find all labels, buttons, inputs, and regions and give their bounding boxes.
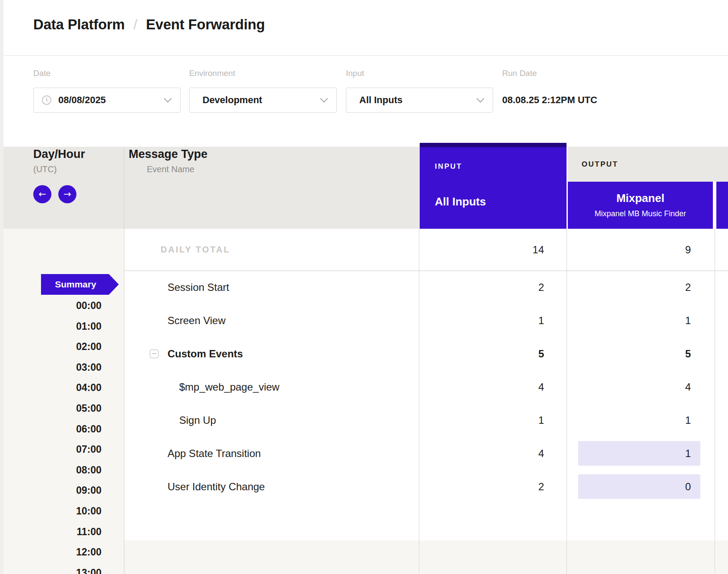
hour-item[interactable]: 02:00: [0, 341, 101, 353]
day-navigation: ← →: [33, 185, 76, 203]
grid-footer-band: [124, 540, 728, 574]
output-count-cell: 4: [567, 375, 715, 399]
event-name-text: User Identity Change: [168, 481, 265, 493]
table-row: App State Transition41: [124, 437, 728, 470]
input-count-cell: 4: [419, 448, 567, 460]
day-hour-subtitle: (UTC): [33, 164, 85, 174]
hour-item[interactable]: 04:00: [0, 382, 101, 394]
input-count-cell: 2: [419, 481, 567, 493]
row-label: Screen View: [124, 315, 419, 327]
arrow-left-icon: ←: [38, 189, 46, 199]
breadcrumb-separator: /: [133, 16, 137, 33]
table-row: Screen View11: [124, 304, 728, 337]
hour-item[interactable]: 01:00: [0, 320, 101, 332]
date-filter-label: Date: [33, 68, 180, 79]
run-date: Run Date 08.08.25 2:12PM UTC: [502, 68, 597, 113]
output-column-header-next-partial: [716, 182, 728, 229]
input-column-title: All Inputs: [435, 195, 567, 208]
input-filter: Input All Inputs: [346, 68, 493, 113]
date-filter: Date 08/08/2025: [33, 68, 180, 113]
hour-item[interactable]: 05:00: [0, 402, 101, 414]
environment-filter: Environment Development: [189, 68, 337, 113]
row-label: Custom Events: [124, 348, 419, 360]
input-count-cell: 4: [419, 381, 567, 393]
hour-item[interactable]: 11:00: [0, 526, 101, 538]
minus-glyph: [152, 353, 156, 354]
output-count-cell: 1: [567, 408, 715, 432]
output-count: 2: [578, 275, 700, 300]
hour-item[interactable]: 07:00: [0, 443, 101, 455]
hour-item[interactable]: 12:00: [0, 546, 101, 558]
daily-total-label: DAILY TOTAL: [124, 245, 419, 255]
row-label: App State Transition: [124, 448, 419, 460]
clock-icon: [41, 95, 52, 105]
output-count-cell: 0: [567, 474, 715, 499]
event-name-text: Screen View: [168, 315, 225, 327]
hour-item[interactable]: 09:00: [0, 484, 101, 496]
table-row: Custom Events55: [124, 337, 728, 370]
chevron-down-icon[interactable]: [164, 95, 171, 102]
window-edge: [0, 0, 3, 574]
output-column-subtitle: Mixpanel MB Music Finder: [568, 209, 713, 218]
page-title: Event Forwarding: [146, 16, 265, 33]
row-label: User Identity Change: [124, 481, 419, 493]
collapse-minus-icon[interactable]: [150, 350, 158, 358]
environment-dropdown[interactable]: Development: [189, 88, 337, 113]
hour-item[interactable]: 06:00: [0, 423, 101, 435]
run-date-label: Run Date: [502, 68, 597, 79]
filter-bar: Date 08/08/2025 Environment Development …: [0, 56, 728, 147]
output-column-title: Mixpanel: [568, 192, 713, 205]
message-type-title: Message Type: [129, 148, 208, 161]
event-name-text: Session Start: [168, 281, 229, 293]
daily-total-row: DAILY TOTAL 14 9: [124, 229, 728, 271]
previous-day-button[interactable]: ←: [33, 185, 51, 203]
summary-tag[interactable]: Summary: [41, 274, 119, 295]
output-count-highlighted: 0: [578, 474, 700, 499]
event-forwarding-page: Data Platform / Event Forwarding Date 08…: [0, 0, 728, 574]
hour-item[interactable]: 00:00: [0, 300, 101, 312]
input-section-label: INPUT: [435, 162, 567, 171]
input-value: All Inputs: [359, 95, 402, 106]
hour-item[interactable]: 10:00: [0, 505, 101, 517]
table-row: Sign Up11: [124, 404, 728, 437]
daily-total-output-value: 9: [578, 237, 700, 262]
output-count-cell: 1: [567, 441, 715, 466]
arrow-right-icon: →: [63, 189, 71, 199]
output-count: 5: [578, 341, 700, 366]
row-label: Sign Up: [124, 414, 419, 426]
date-dropdown[interactable]: 08/08/2025: [33, 88, 180, 113]
output-count-highlighted: 1: [578, 441, 700, 466]
input-count-cell: 1: [419, 315, 567, 327]
hour-item[interactable]: 08:00: [0, 464, 101, 476]
table-row: User Identity Change20: [124, 470, 728, 503]
date-value: 08/08/2025: [58, 95, 106, 106]
input-dropdown[interactable]: All Inputs: [346, 88, 493, 113]
output-count-cell: 1: [567, 308, 715, 333]
environment-filter-label: Environment: [189, 68, 337, 79]
day-hour-title: Day/Hour: [33, 148, 85, 161]
breadcrumb: Data Platform / Event Forwarding: [33, 16, 265, 33]
table-row: $mp_web_page_view44: [124, 370, 728, 404]
event-name-text: Sign Up: [179, 414, 216, 426]
message-type-header: Message Type Event Name: [129, 148, 208, 174]
chevron-down-icon[interactable]: [476, 95, 484, 102]
hour-item[interactable]: 13:00: [0, 567, 101, 574]
daily-total-output-cell: 9: [567, 237, 715, 262]
input-count-cell: 2: [419, 281, 567, 293]
chevron-down-icon[interactable]: [320, 95, 328, 102]
input-column-header: INPUT All Inputs: [420, 143, 567, 229]
output-count-cell: 5: [567, 341, 715, 366]
daily-total-input-value: 14: [419, 244, 567, 256]
output-section-label: OUTPUT: [582, 160, 618, 169]
input-count-cell: 1: [419, 414, 567, 426]
next-day-button[interactable]: →: [58, 185, 76, 203]
output-count: 1: [578, 408, 700, 432]
event-name-text: $mp_web_page_view: [179, 381, 279, 393]
environment-value: Development: [203, 95, 262, 106]
output-count: 1: [578, 308, 700, 333]
event-rows: Session Start22Screen View11Custom Event…: [124, 271, 728, 503]
top-bar: Data Platform / Event Forwarding: [0, 0, 728, 56]
breadcrumb-section[interactable]: Data Platform: [33, 16, 125, 33]
hour-item[interactable]: 03:00: [0, 361, 101, 373]
input-filter-label: Input: [346, 68, 493, 79]
